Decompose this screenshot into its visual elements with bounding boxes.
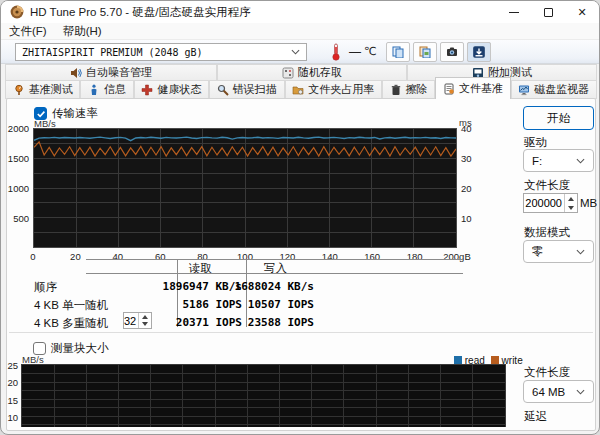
row-sequential-label: 顺序	[34, 280, 57, 295]
trash-icon	[390, 84, 402, 96]
target-drive-select[interactable]: F:	[523, 149, 594, 172]
block-size-checkbox[interactable]: 测量块大小	[33, 341, 109, 356]
save-icon	[472, 45, 486, 59]
thermometer-icon	[331, 43, 341, 61]
tab-error-scan[interactable]: 错误扫描	[209, 80, 284, 99]
close-icon: ✕	[577, 6, 586, 19]
tab-random-access[interactable]: 随机存取	[217, 64, 407, 80]
folder-icon	[292, 84, 304, 96]
drive-select-value: ZHITAISPIRIT PREMIUM (2048 gB)	[22, 47, 203, 58]
table-rule-mid	[86, 273, 463, 274]
menu-bar: 文件(F) 帮助(H)	[1, 23, 599, 40]
chevron-down-icon	[291, 49, 300, 55]
tab-erase[interactable]: 擦除	[382, 80, 435, 99]
file-length-spinner[interactable]: 200000	[523, 193, 578, 213]
tab-label: 基准测试	[29, 82, 73, 97]
info-icon	[88, 84, 100, 96]
chevron-down-icon	[576, 249, 585, 255]
latency-label: 延迟	[524, 409, 547, 424]
write-legend-swatch	[491, 356, 499, 364]
tab-health[interactable]: 健康状态	[134, 80, 209, 99]
block-size-chart	[21, 364, 506, 427]
temperature-value: —	[349, 45, 361, 59]
spin-up-icon[interactable]	[139, 313, 151, 321]
table-rule-top	[86, 259, 463, 260]
queue-depth-value: 32	[124, 315, 138, 327]
spin-up-icon[interactable]	[565, 194, 577, 203]
start-button[interactable]: 开始	[523, 106, 594, 130]
magnifier-icon	[217, 84, 229, 96]
drive-select[interactable]: ZHITAISPIRIT PREMIUM (2048 gB)	[15, 43, 307, 61]
tab-label: 错误扫描	[233, 82, 277, 97]
copy-image-icon	[419, 46, 431, 58]
block-file-length-value: 64 MB	[532, 386, 565, 398]
tab-auto-acoustic[interactable]: 自动噪音管理	[5, 64, 217, 80]
app-icon	[10, 5, 24, 19]
tab-label: 文件夹占用率	[308, 82, 374, 97]
section-divider	[9, 332, 593, 333]
speaker-icon	[70, 67, 82, 79]
save-button[interactable]	[467, 42, 491, 62]
temperature-unit: ℃	[364, 45, 376, 58]
window-title: HD Tune Pro 5.70 - 硬盘/固态硬盘实用程序	[30, 5, 250, 20]
tab-label: 磁盘监视器	[534, 82, 589, 97]
sequential-write-value: 1688024 KB/s	[223, 280, 314, 293]
minimize-button[interactable]	[497, 1, 531, 23]
file-benchmark-icon	[443, 83, 455, 95]
tab-label: 健康状态	[157, 82, 201, 97]
copy-text-button[interactable]	[386, 42, 410, 62]
queue-depth-spinner[interactable]: 32	[123, 312, 152, 329]
maximize-icon	[544, 8, 553, 17]
camera-icon	[446, 46, 458, 58]
maximize-button[interactable]	[531, 1, 565, 23]
data-mode-value: 零	[532, 244, 544, 259]
block-file-length-label: 文件长度	[524, 365, 570, 380]
transfer-rate-label: 传输速率	[52, 106, 98, 121]
4k-multi-write-value: 23588 IOPS	[223, 316, 314, 329]
health-cross-icon	[141, 84, 153, 96]
spin-down-icon[interactable]	[139, 321, 151, 329]
block-size-label: 测量块大小	[51, 341, 109, 356]
tab-row-primary: 基准测试 信息 健康状态 错误扫描 文件夹占用率 擦除 文件基准 磁盘监视器	[5, 80, 597, 99]
chevron-down-icon	[576, 389, 585, 395]
transfer-rate-chart	[33, 128, 457, 248]
tab-label: 擦除	[406, 82, 428, 97]
chevron-down-icon	[576, 158, 585, 164]
drive-label: 驱动	[524, 135, 547, 150]
tab-file-benchmark[interactable]: 文件基准	[435, 77, 510, 99]
row-4k-multi-label: 4 KB 多重随机	[34, 316, 108, 331]
dice-icon	[282, 67, 294, 79]
tab-disk-monitor[interactable]: 磁盘监视器	[511, 80, 597, 99]
menu-help[interactable]: 帮助(H)	[55, 24, 110, 39]
screenshot-button[interactable]	[440, 42, 464, 62]
menu-file[interactable]: 文件(F)	[1, 24, 55, 39]
data-mode-select[interactable]: 零	[523, 240, 594, 263]
spin-down-icon[interactable]	[565, 203, 577, 212]
4k-single-write-value: 10507 IOPS	[223, 298, 314, 311]
minimize-icon	[509, 12, 519, 13]
target-drive-value: F:	[532, 155, 542, 167]
tab-label: 自动噪音管理	[86, 65, 152, 80]
app-window: HD Tune Pro 5.70 - 硬盘/固态硬盘实用程序 ✕ 文件(F) 帮…	[0, 0, 600, 435]
block-file-length-select[interactable]: 64 MB	[523, 380, 594, 403]
title-bar: HD Tune Pro 5.70 - 硬盘/固态硬盘实用程序 ✕	[1, 1, 599, 23]
data-mode-label: 数据模式	[524, 225, 570, 240]
copy-icon	[392, 46, 404, 58]
copy-image-button[interactable]	[413, 42, 437, 62]
tab-label: 信息	[104, 82, 126, 97]
file-length-unit: MB	[580, 197, 597, 209]
gauge-icon	[13, 84, 25, 96]
read-legend-swatch	[454, 356, 462, 364]
file-length-value: 200000	[524, 197, 564, 209]
toolbar: ZHITAISPIRIT PREMIUM (2048 gB) — ℃	[1, 40, 599, 64]
close-button[interactable]: ✕	[565, 1, 599, 23]
tab-benchmark[interactable]: 基准测试	[5, 80, 80, 99]
start-button-label: 开始	[547, 111, 570, 126]
file-length-label: 文件长度	[524, 178, 570, 193]
tab-info[interactable]: 信息	[80, 80, 133, 99]
tab-label: 随机存取	[298, 65, 342, 80]
monitor-icon	[518, 84, 530, 96]
tab-folder-usage[interactable]: 文件夹占用率	[285, 80, 382, 99]
tab-label: 文件基准	[459, 81, 503, 96]
row-4k-single-label: 4 KB 单一随机	[34, 298, 108, 313]
